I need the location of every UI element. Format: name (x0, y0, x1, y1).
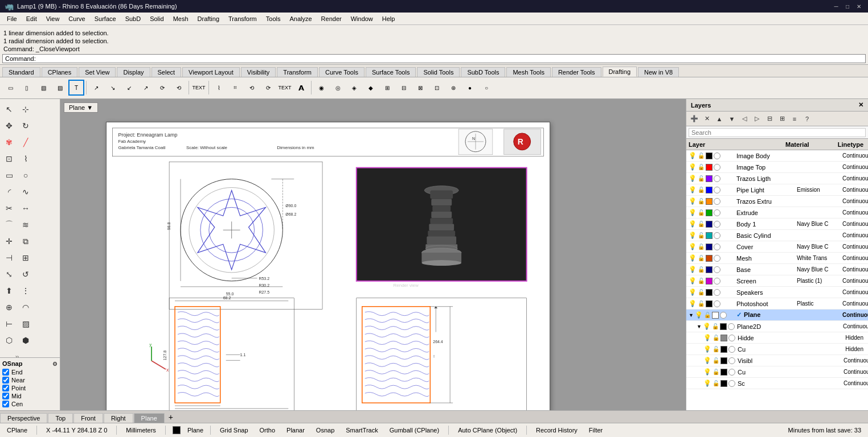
layer-sort-btn[interactable]: ≡ (789, 113, 800, 125)
color-swatch-mesh[interactable] (706, 255, 713, 262)
osnap-options[interactable]: ⚙ (52, 361, 58, 367)
visibility-icon-mesh[interactable]: 💡 (689, 254, 697, 262)
menu-item-subd[interactable]: SubD (121, 14, 146, 23)
status-color-swatch[interactable] (173, 426, 181, 434)
toolbar-tab-curve-tools[interactable]: Curve Tools (319, 67, 365, 77)
lt-blend[interactable]: ≋ (18, 217, 34, 233)
toolbar-tab-mesh-tools[interactable]: Mesh Tools (506, 67, 550, 77)
toolbar-tab-surface-tools[interactable]: Surface Tools (366, 67, 416, 77)
lock-icon-speakers[interactable]: 🔓 (698, 289, 705, 295)
color-swatch-photoshoot[interactable] (706, 300, 713, 307)
lock-icon-photoshoot[interactable]: 🔓 (698, 300, 705, 307)
layer-row-plane2d[interactable]: ▼💡🔓Plane2DContinuous (686, 321, 868, 332)
lt-curve[interactable]: ✾ (1, 134, 17, 150)
render-color-pipe-light[interactable] (714, 187, 720, 193)
viewport-tab-add[interactable]: + (165, 411, 177, 423)
toolbar-tab-visibility[interactable]: Visibility (241, 67, 276, 77)
render-color-cu2[interactable] (728, 369, 735, 376)
color-swatch-pipe-light[interactable] (706, 187, 713, 193)
visibility-icon-hidde[interactable]: 💡 (703, 334, 711, 341)
color-swatch-screen[interactable] (706, 278, 713, 285)
tb-btn-12[interactable]: ⌇ (211, 80, 227, 96)
render-color-cu1[interactable] (728, 346, 735, 353)
menu-item-file[interactable]: File (2, 14, 22, 23)
tb-btn-22[interactable]: ⊞ (379, 80, 395, 96)
render-color-extrude[interactable] (714, 209, 720, 216)
visibility-icon-cu1[interactable]: 💡 (703, 345, 711, 353)
tb-btn-6[interactable]: ↗ (88, 80, 104, 96)
tb-btn-13[interactable]: ⌗ (227, 80, 243, 96)
toolbar-tab-set-view[interactable]: Set View (79, 67, 116, 77)
visibility-icon-trazos-light[interactable]: 💡 (689, 175, 697, 182)
toolbar-tab-select[interactable]: Select (152, 67, 182, 77)
render-color-hidde[interactable] (728, 335, 735, 341)
viewport[interactable]: Plane ▼ Project: Enneagram Lamp Fab Acad… (60, 99, 686, 410)
lock-icon-basic-cylind[interactable]: 🔓 (698, 232, 705, 238)
lt-array[interactable]: ⊞ (18, 250, 34, 266)
lt-block[interactable]: ⬢ (18, 332, 34, 348)
viewport-tab-plane[interactable]: Plane (134, 413, 165, 423)
visibility-icon-extrude[interactable]: 💡 (689, 209, 697, 216)
color-swatch-cu2[interactable] (720, 369, 727, 376)
tb-btn-23[interactable]: ⊟ (396, 80, 412, 96)
menu-item-analyze[interactable]: Analyze (285, 14, 316, 23)
layer-row-cu2[interactable]: 💡🔓CuContinuous (686, 366, 868, 378)
tb-btn-10[interactable]: ⟳ (154, 80, 170, 96)
tb-btn-1[interactable]: ▭ (2, 80, 18, 96)
render-color-screen[interactable] (714, 278, 720, 285)
visibility-icon-sc[interactable]: 💡 (703, 380, 711, 387)
lock-icon-trazos-light[interactable]: 🔓 (698, 175, 705, 182)
viewport-tab-perspective[interactable]: Perspective (0, 413, 47, 423)
lt-extend[interactable]: ↔ (18, 200, 34, 216)
layer-row-image-body[interactable]: 💡🔓Image BodyContinuous (686, 150, 868, 162)
drawing-area[interactable]: Project: Enneagram Lamp Fab Academy Gabr… (106, 122, 550, 410)
lt-rotate2[interactable]: ↺ (18, 266, 34, 282)
color-swatch-basic-cylind[interactable] (706, 232, 713, 239)
lock-icon-cu1[interactable]: 🔓 (713, 346, 719, 352)
layer-row-cu1[interactable]: 💡🔓CuHidden (686, 344, 868, 355)
status-smarttrack[interactable]: SmartTrack (343, 426, 380, 435)
lt-scale[interactable]: ⤡ (1, 266, 17, 282)
lt-group[interactable]: ⬡ (1, 332, 17, 348)
layer-row-sc[interactable]: 💡🔓ScContinuous (686, 378, 868, 389)
toolbar-tab-standard[interactable]: Standard (2, 67, 40, 77)
menu-item-edit[interactable]: Edit (22, 14, 42, 23)
layer-del-btn[interactable]: ✕ (701, 113, 713, 125)
visibility-icon-cu2[interactable]: 💡 (703, 368, 711, 376)
close-button[interactable]: ✕ (854, 2, 863, 11)
color-swatch-plane[interactable] (712, 312, 719, 319)
layer-row-screen[interactable]: 💡🔓ScreenPlastic (1)Continuous (686, 275, 868, 287)
visibility-icon-screen[interactable]: 💡 (689, 277, 697, 285)
layer-up-btn[interactable]: ▲ (714, 113, 725, 125)
render-color-visibl[interactable] (728, 357, 735, 364)
tb-btn-4[interactable]: ▨ (52, 80, 68, 96)
lock-icon-cu2[interactable]: 🔓 (713, 369, 719, 375)
visibility-icon-body1[interactable]: 💡 (689, 220, 697, 228)
toolbar-tab-cplanes[interactable]: CPlanes (42, 67, 78, 77)
visibility-icon-basic-cylind[interactable]: 💡 (689, 232, 697, 239)
toolbar-tab-display[interactable]: Display (117, 67, 150, 77)
lock-icon-extrude[interactable]: 🔓 (698, 209, 705, 216)
viewport-tab-front[interactable]: Front (73, 413, 103, 423)
osnap-end[interactable]: End (2, 368, 58, 376)
lt-arc[interactable]: ◜ (1, 184, 17, 200)
layer-row-visibl[interactable]: 💡🔓VisiblContinuous (686, 355, 868, 366)
lt-loft[interactable]: ⋮ (18, 283, 34, 299)
tb-btn-5[interactable]: T (68, 80, 84, 96)
layers-search-input[interactable] (689, 128, 866, 137)
layer-row-trazos-light[interactable]: 💡🔓Trazos LigthContinuous (686, 173, 868, 184)
menu-item-solid[interactable]: Solid (145, 14, 168, 23)
toolbar-tab-drafting[interactable]: Drafting (603, 67, 637, 77)
toolbar-tab-solid-tools[interactable]: Solid Tools (417, 67, 460, 77)
tb-btn-17[interactable]: 𝗔 (293, 80, 309, 96)
color-swatch-cu1[interactable] (720, 346, 727, 353)
status-record-history[interactable]: Record History (534, 426, 580, 435)
color-swatch-trazos-light[interactable] (706, 175, 713, 182)
tb-btn-20[interactable]: ◈ (346, 80, 362, 96)
osnap-point-check[interactable] (2, 385, 9, 391)
status-ortho[interactable]: Ortho (257, 426, 278, 435)
osnap-end-check[interactable] (2, 369, 9, 376)
expand-icon-plane2d[interactable]: ▼ (697, 324, 702, 329)
tb-btn-8[interactable]: ↙ (121, 80, 137, 96)
menu-item-render[interactable]: Render (317, 14, 346, 23)
